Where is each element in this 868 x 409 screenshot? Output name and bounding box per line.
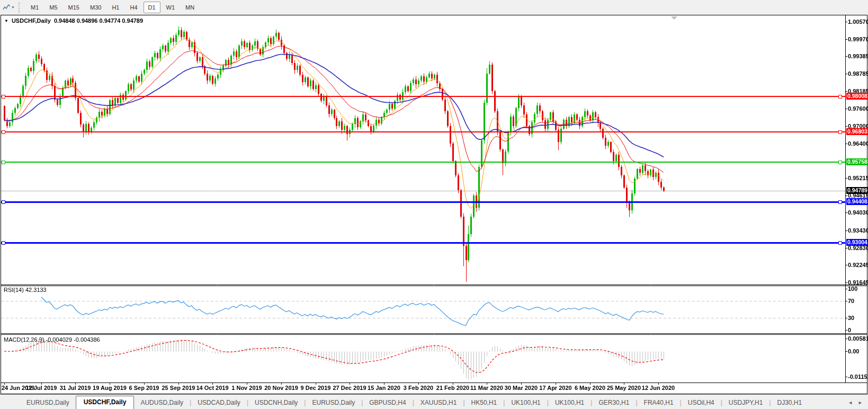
macd-tick-label: -0.011514	[848, 374, 868, 380]
chart-tab-usdcad-daily[interactable]: USDCAD,Daily	[191, 396, 247, 409]
chart-tab-usoil-h4[interactable]: USOil,H4	[682, 396, 721, 409]
chart-tab-fra40-h1[interactable]: FRA40,H1	[638, 396, 680, 409]
hline-price-badge: 0.93004	[846, 239, 868, 246]
chart-tabs: EURUSD,DailyUSDCHF,DailyAUDUSD,Daily|USD…	[0, 396, 843, 409]
date-tick-label: 6 Sep 2019	[129, 385, 159, 391]
rsi-value: 42.3133	[25, 287, 47, 293]
price-tick-label: 0.93430	[848, 227, 868, 234]
date-tick-label: 14 Oct 2019	[196, 385, 228, 391]
rsi-tick-label: 30	[848, 315, 868, 321]
hline-price-badge: 0.96803	[846, 128, 868, 135]
chart-tab-eurusd-daily[interactable]: EURUSD,Daily	[20, 396, 76, 409]
date-tick-label: 30 Mar 2020	[505, 385, 538, 391]
date-tick-label: 1 Nov 2019	[231, 385, 262, 391]
date-tick-label: 11 Mar 2020	[470, 385, 503, 391]
chart-window: ▼ USDCHF,Daily 0.94848 0.94896 0.94774 0…	[0, 15, 868, 394]
chart-tab-gbpusd-h4[interactable]: GBPUSD,H4	[363, 396, 412, 409]
price-tick-label: 0.98785	[848, 70, 868, 77]
timeframe-button-mn[interactable]: MN	[181, 2, 199, 13]
rsi-tick-label: 70	[848, 298, 868, 304]
date-tick-label: 19 Aug 2019	[93, 385, 127, 391]
chart-tab-audusd-daily[interactable]: AUDUSD,Daily	[134, 396, 190, 409]
hline-price-badge: 0.95758	[846, 158, 868, 165]
ohlc-values: 0.94848 0.94896 0.94774 0.94789	[54, 17, 143, 24]
date-tick-label: 12 Jun 2020	[642, 385, 675, 391]
chart-tab-uk100-h1[interactable]: UK100,H1	[505, 396, 547, 409]
rsi-tick-label: 0	[848, 327, 868, 333]
date-tick-label: 3 Feb 2020	[404, 385, 433, 391]
chart-tab-usdjpy-h1[interactable]: USDJPY,H1	[722, 396, 769, 409]
timeframe-button-m1[interactable]: M1	[26, 2, 43, 13]
timeframe-button-m5[interactable]: M5	[44, 2, 62, 13]
chart-tab-hk50-h1[interactable]: HK50,H1	[465, 396, 504, 409]
chart-tab-bar: EURUSD,DailyUSDCHF,DailyAUDUSD,Daily|USD…	[0, 394, 868, 409]
price-tick-label: 0.97600	[848, 105, 868, 112]
line-chart-icon	[3, 4, 11, 11]
date-tick-label: 12 Jul 2019	[26, 385, 57, 391]
timeframe-button-h4[interactable]: H4	[125, 2, 142, 13]
macd-tick-label: 0.005818	[848, 335, 868, 342]
timeframe-button-m15[interactable]: M15	[64, 2, 84, 13]
symbol-dropdown-icon[interactable]: ▼	[4, 19, 8, 23]
chart-tab-usdcnh-daily[interactable]: USDCNH,Daily	[248, 396, 304, 409]
rsi-indicator-label: RSI(14) 42.3133	[4, 287, 47, 293]
chart-tab-eurusd-daily[interactable]: EURUSD,Daily	[306, 396, 361, 409]
price-tick-label: 0.96400	[848, 140, 868, 147]
chart-tools-icon[interactable]: ▼	[2, 2, 15, 13]
date-tick-label: 6 May 2020	[575, 385, 605, 391]
timeframe-button-m30[interactable]: M30	[85, 2, 106, 13]
toolbar-grip[interactable]	[19, 2, 22, 13]
price-tick-label: 0.99970	[848, 36, 868, 42]
date-tick-label: 17 Apr 2020	[539, 385, 571, 391]
macd-name: MACD(12,26,9)	[4, 336, 44, 343]
chart-tab-dj30-h1[interactable]: DJ30,H1	[771, 396, 808, 409]
date-tick-label: 31 Jul 2019	[60, 385, 91, 391]
chart-tab-usdchf-daily[interactable]: USDCHF,Daily	[76, 396, 135, 409]
chart-tab-ger30-h1[interactable]: GER30,H1	[592, 396, 636, 409]
timeframe-button-w1[interactable]: W1	[162, 2, 180, 13]
price-tick-label: 0.99385	[848, 53, 868, 59]
date-tick-label: 9 Dec 2019	[301, 385, 331, 391]
timeframe-button-d1[interactable]: D1	[144, 2, 160, 13]
chart-canvas[interactable]	[0, 15, 868, 394]
price-tick-label: 1.00570	[848, 19, 868, 25]
timeframe-button-h1[interactable]: H1	[107, 2, 124, 13]
date-tick-label: 27 Dec 2019	[333, 385, 366, 391]
rsi-name: RSI(14)	[4, 287, 24, 293]
hline-price-badge: 0.98008	[846, 93, 868, 100]
macd-indicator-label: MACD(12,26,9) -0.004029 -0.004386	[4, 336, 100, 343]
date-tick-label: 15 Jan 2020	[368, 385, 400, 391]
chart-title: ▼ USDCHF,Daily 0.94848 0.94896 0.94774 0…	[4, 17, 143, 24]
date-tick-label: 25 Sep 2019	[162, 385, 195, 391]
hline-price-badge: 0.94408	[846, 198, 868, 205]
date-tick-label: 21 Feb 2020	[436, 385, 469, 391]
chart-tab-uk100-h1[interactable]: UK100,H1	[549, 396, 590, 409]
chart-tab-xauusd-h1[interactable]: XAUUSD,H1	[414, 396, 463, 409]
date-tick-label: 25 May 2020	[607, 385, 641, 391]
timeframe-buttons: M1M5M15M30H1H4D1W1MN	[25, 2, 200, 13]
price-tick-label: 0.94030	[848, 209, 868, 216]
macd-values: -0.004029 -0.004386	[46, 336, 100, 343]
date-tick-label: 20 Nov 2019	[264, 385, 298, 391]
symbol-label: USDCHF,Daily	[12, 17, 51, 24]
scroll-right-icon[interactable]: ►	[858, 400, 863, 405]
price-tick-label: 0.91645	[848, 279, 868, 286]
tab-scroll-arrows: ◄ ►	[843, 400, 868, 409]
chevron-down-icon: ▼	[12, 6, 15, 9]
price-tick-label: 0.92245	[848, 262, 868, 268]
current-price-badge: 0.94789	[846, 187, 868, 194]
scroll-left-icon[interactable]: ◄	[848, 400, 853, 405]
timeframe-toolbar: ▼ M1M5M15M30H1H4D1W1MN	[0, 0, 868, 15]
macd-tick-label: 0.00	[848, 348, 868, 354]
price-tick-label: 0.95215	[848, 175, 868, 181]
mt4-window: { "toolbar": { "caret": "▼", "timeframes…	[0, 0, 868, 409]
rsi-tick-label: 100	[848, 286, 868, 292]
